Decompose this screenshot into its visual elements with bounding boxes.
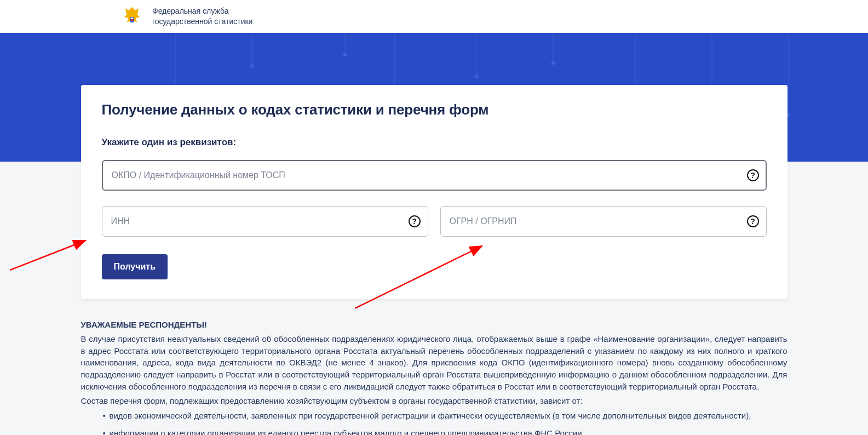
ogrn-input[interactable]: [440, 206, 767, 237]
ogrn-field-row: ?: [440, 206, 767, 237]
svg-point-6: [250, 64, 254, 67]
svg-point-14: [551, 61, 555, 65]
org-line1: Федеральная служба: [152, 6, 252, 16]
instruction-label: Укажите один из реквизитов:: [102, 137, 767, 148]
svg-point-12: [475, 75, 478, 78]
svg-rect-2: [131, 19, 133, 21]
note-list: видов экономической деятельности, заявле…: [81, 410, 787, 435]
svg-rect-1: [131, 18, 133, 19]
note-block: УВАЖАЕМЫЕ РЕСПОНДЕНТЫ! В случае присутст…: [81, 319, 787, 435]
org-name: Федеральная служба государственной стати…: [152, 6, 252, 27]
crest-icon: [120, 5, 143, 28]
svg-point-20: [787, 113, 790, 117]
org-line2: государственной статистики: [152, 16, 252, 27]
inn-input[interactable]: [102, 206, 428, 237]
note-list-item: информации о категории организации из ед…: [103, 427, 787, 435]
page-title: Получение данных о кодах статистики и пе…: [102, 101, 767, 118]
submit-button[interactable]: Получить: [102, 254, 168, 279]
site-header: Федеральная служба государственной стати…: [0, 0, 868, 33]
arrow-annotation: [10, 238, 89, 271]
okpo-field-row: ?: [102, 160, 767, 191]
note-body: В случае присутствия неактуальных сведен…: [81, 333, 787, 393]
note-list-item: видов экономической деятельности, заявле…: [103, 410, 787, 422]
search-card: Получение данных о кодах статистики и пе…: [81, 85, 787, 299]
note-title: УВАЖАЕМЫЕ РЕСПОНДЕНТЫ!: [81, 319, 787, 331]
help-icon[interactable]: ?: [747, 215, 759, 227]
svg-line-22: [10, 241, 85, 270]
svg-point-8: [343, 53, 347, 56]
help-icon[interactable]: ?: [747, 169, 759, 181]
help-icon[interactable]: ?: [409, 215, 421, 227]
note-list-intro: Состав перечня форм, подлежащих предоста…: [81, 395, 787, 407]
okpo-input[interactable]: [102, 160, 767, 191]
inn-field-row: ?: [102, 206, 428, 237]
